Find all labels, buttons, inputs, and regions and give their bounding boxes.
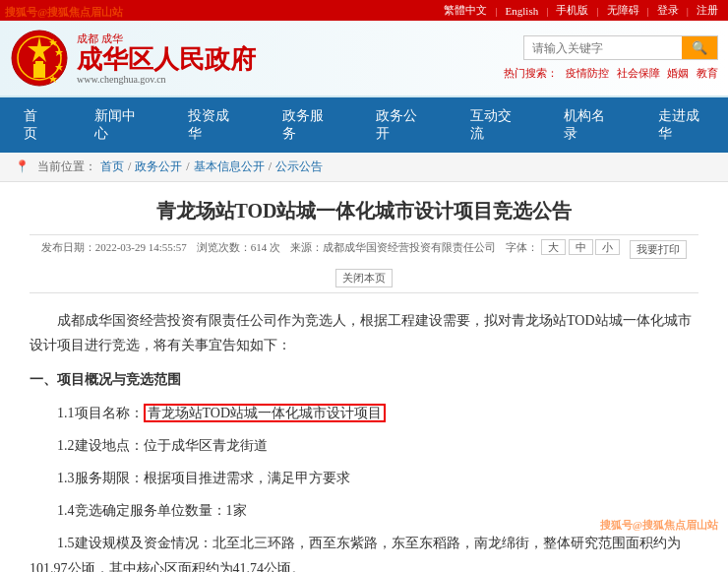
meta-views: 浏览次数：614 次 <box>197 240 280 259</box>
hot-search: 热门搜索： 疫情防控 社会保障 婚姻 教育 <box>499 66 718 81</box>
emblem-icon <box>10 29 69 88</box>
hot-item-yiqing[interactable]: 疫情防控 <box>566 67 609 79</box>
header: 成都 成华 成华区人民政府 www.chenghua.gov.cn 🔍 热门搜索… <box>0 21 728 97</box>
project-name-highlight: 青龙场站TOD站城一体化城市设计项目 <box>144 404 387 422</box>
mobile-link[interactable]: 手机版 <box>556 3 588 18</box>
meta-font: 字体： 大 中 小 <box>506 240 620 259</box>
register-link[interactable]: 注册 <box>697 3 718 18</box>
breadcrumb-notice[interactable]: 公示公告 <box>275 159 323 175</box>
lang-en[interactable]: English <box>506 5 539 17</box>
item-1-3: 1.3服务期限：根据项目推进需求，满足甲方要求 <box>30 466 698 490</box>
article-body: 成都成华国资经营投资有限责任公司作为竞选人，根据工程建设需要，拟对青龙场站TOD… <box>30 308 698 572</box>
hot-item-jiaoyu[interactable]: 教育 <box>697 67 718 79</box>
nav-home[interactable]: 首页 <box>0 97 71 153</box>
print-btn[interactable]: 我要打印 <box>630 240 687 259</box>
breadcrumb-basic[interactable]: 基本信息公开 <box>194 159 265 175</box>
gov-name: 成华区人民政府 <box>77 46 256 75</box>
hot-item-shebao[interactable]: 社会保障 <box>617 67 660 79</box>
meta-source: 来源：成都成华国资经营投资有限责任公司 <box>290 240 496 259</box>
hot-label: 热门搜索： <box>504 67 558 79</box>
breadcrumb-open[interactable]: 政务公开 <box>135 159 182 175</box>
svg-rect-7 <box>33 64 45 78</box>
font-large[interactable]: 大 <box>541 239 566 255</box>
login-link[interactable]: 登录 <box>657 3 679 18</box>
para-intro: 成都成华国资经营投资有限责任公司作为竞选人，根据工程建设需要，拟对青龙场站TOD… <box>30 308 698 357</box>
article-meta: 发布日期：2022-03-29 14:55:57 浏览次数：614 次 来源：成… <box>30 234 698 293</box>
svg-rect-8 <box>35 61 43 66</box>
lang-zh-trad[interactable]: 繁體中文 <box>444 3 487 18</box>
breadcrumb: 📍 当前位置： 首页 / 政务公开 / 基本信息公开 / 公示公告 <box>0 153 728 182</box>
main-nav: 首页 新闻中心 投资成华 政务服务 政务公开 互动交流 机构名录 走进成华 <box>0 97 728 153</box>
section-1-title: 一、项目概况与竞选范围 <box>30 367 698 392</box>
logo-area: 成都 成华 成华区人民政府 www.chenghua.gov.cn <box>10 29 256 88</box>
logo-text: 成都 成华 成华区人民政府 www.chenghua.gov.cn <box>77 32 256 86</box>
hot-item-hunyin[interactable]: 婚姻 <box>667 67 689 79</box>
item-1-4: 1.4竞选确定服务单位数量：1家 <box>30 498 698 523</box>
article-title: 青龙场站TOD站城一体化城市设计项目竞选公告 <box>30 197 698 224</box>
nav-interact[interactable]: 互动交流 <box>447 97 540 153</box>
search-area: 🔍 热门搜索： 疫情防控 社会保障 婚姻 教育 <box>499 35 718 81</box>
close-btn[interactable]: 关闭本页 <box>335 269 393 287</box>
nav-open[interactable]: 政务公开 <box>352 97 446 153</box>
nav-news[interactable]: 新闻中心 <box>71 97 164 153</box>
nav-service[interactable]: 政务服务 <box>259 97 352 153</box>
nav-invest[interactable]: 投资成华 <box>164 97 258 153</box>
breadcrumb-label: 当前位置： <box>37 159 96 175</box>
city-slogan: 成都 成华 <box>77 32 256 46</box>
nav-about[interactable]: 走进成华 <box>635 97 728 153</box>
search-box: 🔍 <box>523 35 718 60</box>
website-url: www.chenghua.gov.cn <box>77 74 256 85</box>
breadcrumb-home[interactable]: 首页 <box>100 159 124 175</box>
item-1-2: 1.2建设地点：位于成华区青龙街道 <box>30 433 698 458</box>
item-1-5: 1.5建设规模及资金情况：北至北三环路，西至东紫路，东至东稻路，南龙绵街，整体研… <box>30 531 698 572</box>
font-medium[interactable]: 中 <box>569 239 593 255</box>
item-1-1: 1.1项目名称：青龙场站TOD站城一体化城市设计项目 <box>30 401 698 425</box>
top-bar: 繁體中文 | English | 手机版 | 无障碍 | 登录 | 注册 <box>0 0 728 21</box>
font-small[interactable]: 小 <box>595 239 620 255</box>
search-button[interactable]: 🔍 <box>682 36 717 59</box>
content-area: 青龙场站TOD站城一体化城市设计项目竞选公告 发布日期：2022-03-29 1… <box>0 182 728 572</box>
location-icon: 📍 <box>15 159 30 174</box>
search-input[interactable] <box>524 36 682 59</box>
nav-org[interactable]: 机构名录 <box>540 97 634 153</box>
accessibility-link[interactable]: 无障碍 <box>607 3 639 18</box>
meta-date: 发布日期：2022-03-29 14:55:57 <box>41 240 187 259</box>
